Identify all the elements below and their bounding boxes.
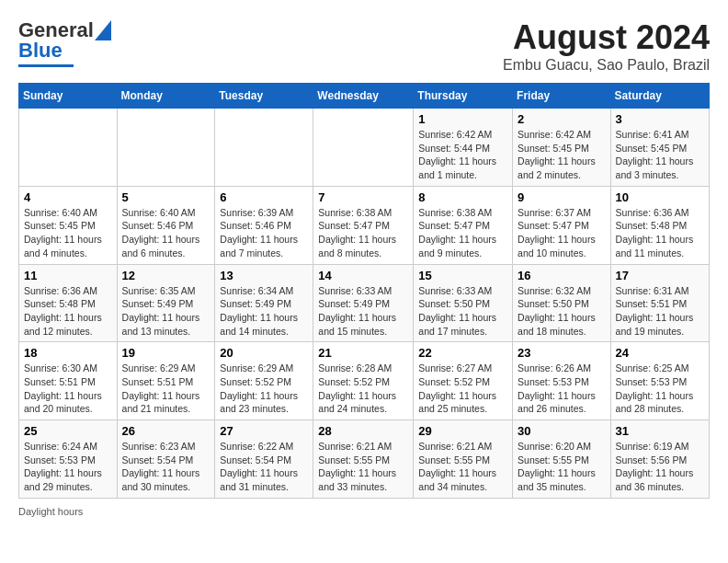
- calendar-cell: 24Sunrise: 6:25 AM Sunset: 5:53 PM Dayli…: [610, 342, 709, 420]
- day-info: Sunrise: 6:23 AM Sunset: 5:54 PM Dayligh…: [122, 440, 210, 494]
- calendar-cell: 12Sunrise: 6:35 AM Sunset: 5:49 PM Dayli…: [117, 264, 215, 342]
- day-info: Sunrise: 6:38 AM Sunset: 5:47 PM Dayligh…: [418, 206, 507, 260]
- calendar-cell: 28Sunrise: 6:21 AM Sunset: 5:55 PM Dayli…: [313, 420, 414, 499]
- day-info: Sunrise: 6:22 AM Sunset: 5:54 PM Dayligh…: [220, 440, 308, 494]
- day-info: Sunrise: 6:35 AM Sunset: 5:49 PM Dayligh…: [122, 284, 210, 339]
- day-info: Sunrise: 6:29 AM Sunset: 5:52 PM Dayligh…: [220, 362, 308, 416]
- day-info: Sunrise: 6:20 AM Sunset: 5:55 PM Dayligh…: [518, 440, 606, 494]
- calendar-cell: 15Sunrise: 6:33 AM Sunset: 5:50 PM Dayli…: [414, 264, 513, 342]
- calendar-cell: 13Sunrise: 6:34 AM Sunset: 5:49 PM Dayli…: [215, 264, 313, 342]
- day-info: Sunrise: 6:38 AM Sunset: 5:47 PM Dayligh…: [318, 206, 408, 260]
- day-number: 10: [616, 190, 704, 204]
- day-of-week-header: Monday: [117, 84, 215, 109]
- calendar-week-row: 11Sunrise: 6:36 AM Sunset: 5:48 PM Dayli…: [19, 264, 710, 342]
- footer: Daylight hours: [18, 506, 710, 517]
- day-number: 5: [122, 190, 210, 204]
- calendar-cell: 2Sunrise: 6:42 AM Sunset: 5:45 PM Daylig…: [513, 109, 611, 187]
- calendar-week-row: 25Sunrise: 6:24 AM Sunset: 5:53 PM Dayli…: [19, 420, 710, 499]
- footer-text: Daylight hours: [18, 506, 83, 517]
- day-number: 22: [418, 346, 507, 360]
- day-number: 30: [518, 424, 606, 438]
- calendar-cell: 10Sunrise: 6:36 AM Sunset: 5:48 PM Dayli…: [610, 186, 709, 264]
- day-number: 27: [220, 424, 308, 438]
- calendar-header-row: SundayMondayTuesdayWednesdayThursdayFrid…: [19, 84, 710, 109]
- calendar-week-row: 18Sunrise: 6:30 AM Sunset: 5:51 PM Dayli…: [19, 342, 710, 420]
- day-number: 20: [220, 346, 308, 360]
- svg-marker-0: [95, 20, 111, 40]
- day-of-week-header: Thursday: [414, 84, 513, 109]
- day-info: Sunrise: 6:41 AM Sunset: 5:45 PM Dayligh…: [616, 128, 704, 182]
- calendar-cell: 4Sunrise: 6:40 AM Sunset: 5:45 PM Daylig…: [19, 186, 118, 264]
- day-number: 21: [318, 346, 408, 360]
- day-info: Sunrise: 6:28 AM Sunset: 5:52 PM Dayligh…: [318, 362, 408, 416]
- calendar-cell: 1Sunrise: 6:42 AM Sunset: 5:44 PM Daylig…: [414, 109, 513, 187]
- day-number: 2: [518, 112, 606, 126]
- calendar-cell: 21Sunrise: 6:28 AM Sunset: 5:52 PM Dayli…: [313, 342, 414, 420]
- calendar-cell: 29Sunrise: 6:21 AM Sunset: 5:55 PM Dayli…: [414, 420, 513, 499]
- location-title: Embu Guacu, Sao Paulo, Brazil: [503, 57, 710, 74]
- calendar-cell: 19Sunrise: 6:29 AM Sunset: 5:51 PM Dayli…: [117, 342, 215, 420]
- day-number: 26: [122, 424, 210, 438]
- day-number: 19: [122, 346, 210, 360]
- day-info: Sunrise: 6:42 AM Sunset: 5:44 PM Dayligh…: [418, 128, 507, 182]
- day-info: Sunrise: 6:33 AM Sunset: 5:49 PM Dayligh…: [318, 284, 408, 339]
- day-info: Sunrise: 6:39 AM Sunset: 5:46 PM Dayligh…: [220, 206, 308, 260]
- calendar-week-row: 4Sunrise: 6:40 AM Sunset: 5:45 PM Daylig…: [19, 186, 710, 264]
- day-of-week-header: Friday: [513, 84, 611, 109]
- day-info: Sunrise: 6:36 AM Sunset: 5:48 PM Dayligh…: [616, 206, 704, 260]
- day-number: 29: [418, 424, 507, 438]
- logo-icon: [95, 20, 111, 40]
- day-info: Sunrise: 6:42 AM Sunset: 5:45 PM Dayligh…: [518, 128, 606, 182]
- calendar-cell: 11Sunrise: 6:36 AM Sunset: 5:48 PM Dayli…: [19, 264, 118, 342]
- calendar-cell: 14Sunrise: 6:33 AM Sunset: 5:49 PM Dayli…: [313, 264, 414, 342]
- calendar-cell: 8Sunrise: 6:38 AM Sunset: 5:47 PM Daylig…: [414, 186, 513, 264]
- day-number: 31: [616, 424, 704, 438]
- day-number: 12: [122, 269, 210, 282]
- day-info: Sunrise: 6:25 AM Sunset: 5:53 PM Dayligh…: [616, 362, 704, 416]
- day-info: Sunrise: 6:30 AM Sunset: 5:51 PM Dayligh…: [24, 362, 112, 416]
- calendar-cell: 3Sunrise: 6:41 AM Sunset: 5:45 PM Daylig…: [610, 109, 709, 187]
- logo-text-blue: Blue: [18, 39, 63, 63]
- calendar-cell: [215, 109, 313, 187]
- day-info: Sunrise: 6:21 AM Sunset: 5:55 PM Dayligh…: [318, 440, 408, 494]
- calendar-cell: 22Sunrise: 6:27 AM Sunset: 5:52 PM Dayli…: [414, 342, 513, 420]
- calendar-cell: [313, 109, 414, 187]
- day-number: 16: [518, 269, 606, 282]
- logo-underline: [18, 64, 74, 67]
- day-number: 23: [518, 346, 606, 360]
- day-info: Sunrise: 6:36 AM Sunset: 5:48 PM Dayligh…: [24, 284, 112, 339]
- calendar-cell: 7Sunrise: 6:38 AM Sunset: 5:47 PM Daylig…: [313, 186, 414, 264]
- day-number: 14: [318, 269, 408, 282]
- calendar-cell: 17Sunrise: 6:31 AM Sunset: 5:51 PM Dayli…: [610, 264, 709, 342]
- calendar-cell: 20Sunrise: 6:29 AM Sunset: 5:52 PM Dayli…: [215, 342, 313, 420]
- day-info: Sunrise: 6:40 AM Sunset: 5:45 PM Dayligh…: [24, 206, 112, 260]
- day-of-week-header: Saturday: [610, 84, 709, 109]
- calendar-cell: 27Sunrise: 6:22 AM Sunset: 5:54 PM Dayli…: [215, 420, 313, 499]
- calendar-table: SundayMondayTuesdayWednesdayThursdayFrid…: [18, 83, 710, 499]
- day-number: 25: [24, 424, 112, 438]
- day-info: Sunrise: 6:32 AM Sunset: 5:50 PM Dayligh…: [518, 284, 606, 339]
- day-info: Sunrise: 6:37 AM Sunset: 5:47 PM Dayligh…: [518, 206, 606, 260]
- day-of-week-header: Sunday: [19, 84, 118, 109]
- day-of-week-header: Tuesday: [215, 84, 313, 109]
- title-area: August 2024 Embu Guacu, Sao Paulo, Brazi…: [503, 18, 710, 74]
- calendar-cell: 31Sunrise: 6:19 AM Sunset: 5:56 PM Dayli…: [610, 420, 709, 499]
- day-info: Sunrise: 6:33 AM Sunset: 5:50 PM Dayligh…: [418, 284, 507, 339]
- day-number: 1: [418, 112, 507, 126]
- day-number: 13: [220, 269, 308, 282]
- day-number: 3: [616, 112, 704, 126]
- day-number: 9: [518, 190, 606, 204]
- day-info: Sunrise: 6:29 AM Sunset: 5:51 PM Dayligh…: [122, 362, 210, 416]
- day-number: 11: [24, 269, 112, 282]
- day-info: Sunrise: 6:21 AM Sunset: 5:55 PM Dayligh…: [418, 440, 507, 494]
- day-number: 8: [418, 190, 507, 204]
- day-info: Sunrise: 6:24 AM Sunset: 5:53 PM Dayligh…: [24, 440, 112, 494]
- calendar-cell: 16Sunrise: 6:32 AM Sunset: 5:50 PM Dayli…: [513, 264, 611, 342]
- calendar-cell: [117, 109, 215, 187]
- day-number: 4: [24, 190, 112, 204]
- month-title: August 2024: [503, 18, 710, 57]
- day-number: 24: [616, 346, 704, 360]
- day-of-week-header: Wednesday: [313, 84, 414, 109]
- day-info: Sunrise: 6:34 AM Sunset: 5:49 PM Dayligh…: [220, 284, 308, 339]
- day-info: Sunrise: 6:19 AM Sunset: 5:56 PM Dayligh…: [616, 440, 704, 494]
